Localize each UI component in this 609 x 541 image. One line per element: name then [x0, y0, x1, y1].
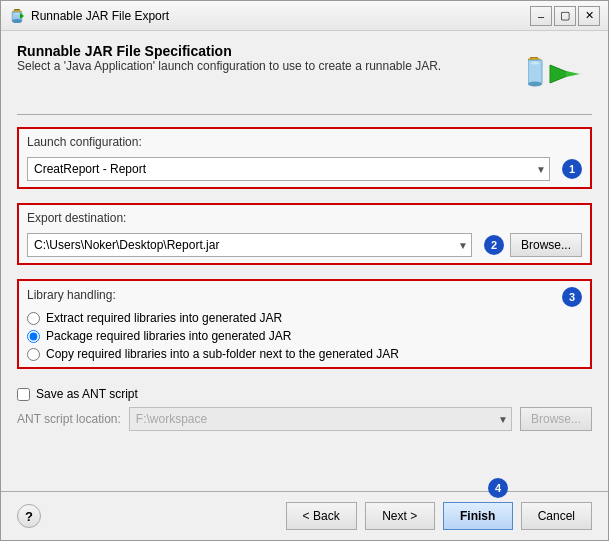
main-window: Runnable JAR File Export – ▢ ✕ Runnable … — [0, 0, 609, 541]
ant-location-dropdown: F:\workspace — [129, 407, 512, 431]
library-handling-options: Extract required libraries into generate… — [27, 311, 582, 361]
export-dest-dropdown[interactable]: C:\Users\Noker\Desktop\Report.jar — [27, 233, 472, 257]
launch-config-badge: 1 — [562, 159, 582, 179]
launch-config-section: Launch configuration: CreatReport - Repo… — [17, 127, 592, 189]
launch-config-dropdown-wrapper: CreatReport - Report ▼ — [27, 157, 550, 181]
launch-config-dropdown[interactable]: CreatReport - Report — [27, 157, 550, 181]
ant-row: ANT script location: F:\workspace ▼ Brow… — [17, 407, 592, 431]
radio-copy-label: Copy required libraries into a sub-folde… — [46, 347, 399, 361]
export-dest-badge: 2 — [484, 235, 504, 255]
launch-config-label: Launch configuration: — [27, 135, 142, 149]
radio-package[interactable]: Package required libraries into generate… — [27, 329, 582, 343]
ant-browse-button: Browse... — [520, 407, 592, 431]
title-bar-text: Runnable JAR File Export — [31, 9, 524, 23]
radio-extract-input[interactable] — [27, 312, 40, 325]
footer-badge: 4 — [488, 478, 508, 498]
finish-button[interactable]: Finish — [443, 502, 513, 530]
radio-package-input[interactable] — [27, 330, 40, 343]
library-handling-section: Library handling: 3 Extract required lib… — [17, 279, 592, 369]
launch-config-row: CreatReport - Report ▼ 1 — [27, 157, 582, 181]
ant-checkbox[interactable] — [17, 388, 30, 401]
help-button[interactable]: ? — [17, 504, 41, 528]
page-description: Select a 'Java Application' launch confi… — [17, 59, 441, 73]
dialog-content: Runnable JAR File Specification Select a… — [1, 31, 608, 491]
svg-marker-12 — [566, 71, 580, 77]
back-button[interactable]: < Back — [286, 502, 357, 530]
export-destination-section: Export destination: C:\Users\Noker\Deskt… — [17, 203, 592, 265]
close-button[interactable]: ✕ — [578, 6, 600, 26]
radio-extract[interactable]: Extract required libraries into generate… — [27, 311, 582, 325]
ant-location-wrapper: F:\workspace ▼ — [129, 407, 512, 431]
export-dest-browse-button[interactable]: Browse... — [510, 233, 582, 257]
ant-field-label: ANT script location: — [17, 412, 121, 426]
title-bar-controls: – ▢ ✕ — [530, 6, 600, 26]
export-dest-row: C:\Users\Noker\Desktop\Report.jar ▼ 2 Br… — [27, 233, 582, 257]
wizard-icon — [528, 47, 592, 104]
title-bar: Runnable JAR File Export – ▢ ✕ — [1, 1, 608, 31]
radio-package-label: Package required libraries into generate… — [46, 329, 291, 343]
header-area: Runnable JAR File Specification Select a… — [17, 43, 592, 115]
radio-copy[interactable]: Copy required libraries into a sub-folde… — [27, 347, 582, 361]
library-handling-label: Library handling: — [27, 288, 116, 302]
page-title: Runnable JAR File Specification — [17, 43, 441, 59]
radio-copy-input[interactable] — [27, 348, 40, 361]
ant-section: Save as ANT script ANT script location: … — [17, 387, 592, 431]
content-spacer — [17, 439, 592, 479]
ant-checkbox-text: Save as ANT script — [36, 387, 138, 401]
library-handling-badge: 3 — [562, 287, 582, 307]
minimize-button[interactable]: – — [530, 6, 552, 26]
maximize-button[interactable]: ▢ — [554, 6, 576, 26]
svg-point-4 — [14, 13, 20, 15]
export-dest-label: Export destination: — [27, 211, 126, 225]
svg-point-3 — [12, 19, 22, 23]
next-button[interactable]: Next > — [365, 502, 435, 530]
radio-extract-label: Extract required libraries into generate… — [46, 311, 282, 325]
svg-point-9 — [528, 82, 542, 87]
window-icon — [9, 8, 25, 24]
svg-point-10 — [531, 62, 539, 65]
export-dest-dropdown-wrapper: C:\Users\Noker\Desktop\Report.jar ▼ — [27, 233, 472, 257]
cancel-button[interactable]: Cancel — [521, 502, 592, 530]
dialog-footer: ? < Back Next > Finish Cancel 4 — [1, 491, 608, 540]
ant-checkbox-label[interactable]: Save as ANT script — [17, 387, 592, 401]
